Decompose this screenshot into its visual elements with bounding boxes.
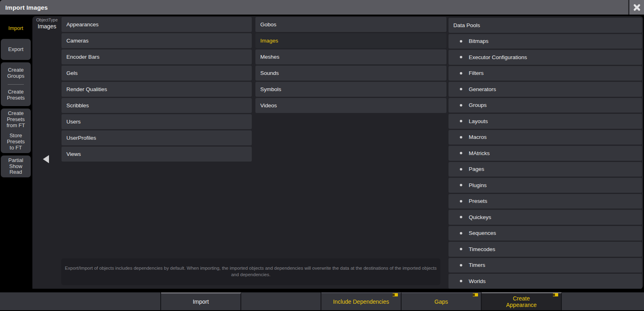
list-item[interactable]: Users <box>62 114 252 129</box>
titlebar[interactable]: Import Images <box>0 0 644 15</box>
list-item[interactable]: Sequences <box>448 226 642 241</box>
tab-partial-show-read[interactable]: Partial Show Read <box>1 156 31 177</box>
list-item[interactable]: Gels <box>62 66 252 81</box>
list-item[interactable]: Sounds <box>255 66 446 81</box>
bullet-icon <box>460 184 462 186</box>
list-item[interactable]: Macros <box>448 130 642 145</box>
bullet-icon <box>460 152 462 154</box>
bullet-icon <box>460 40 462 43</box>
list-item[interactable]: Videos <box>255 98 446 113</box>
list-item-label: Worlds <box>469 278 486 284</box>
bottom-bar-spacer <box>0 292 161 310</box>
swipe-indicator-icon <box>553 293 558 296</box>
list-item-label: Bitmaps <box>469 38 489 44</box>
list-item[interactable]: Appearances <box>62 17 252 32</box>
list-item-label: Presets <box>469 198 487 204</box>
list-item[interactable]: Groups <box>448 98 642 113</box>
list-item-label: Plugins <box>469 182 487 188</box>
list-item-selected[interactable]: Images <box>255 33 446 48</box>
close-button[interactable] <box>628 0 644 15</box>
list-item[interactable]: Timecodes <box>448 242 642 257</box>
bullet-icon <box>460 88 462 90</box>
tab-store-presets-to-ft[interactable]: Store Presets to FT <box>1 131 31 153</box>
list-item[interactable]: Quickeys <box>448 210 642 225</box>
list-item[interactable]: Pages <box>448 162 642 177</box>
list-item[interactable]: UserProfiles <box>62 130 252 145</box>
list-item[interactable]: Timers <box>448 258 642 273</box>
object-type-list-left: Appearances Cameras Encoder Bars Gels Re… <box>62 17 252 162</box>
bullet-icon <box>460 200 462 202</box>
bullet-icon <box>460 136 462 138</box>
bullet-icon <box>460 280 462 282</box>
list-item[interactable]: Meshes <box>255 49 446 64</box>
tabgroup-presets-ft: Create Presets from FT Store Presets to … <box>1 109 31 153</box>
list-item-label: Filters <box>469 70 484 76</box>
create-appearance-toggle[interactable]: Create Appearance <box>482 292 562 310</box>
list-item[interactable]: Layouts <box>448 114 642 129</box>
bullet-icon <box>460 168 462 170</box>
list-item[interactable]: Bitmaps <box>448 34 642 49</box>
list-item[interactable]: Worlds <box>448 274 642 289</box>
list-item-label: Sequences <box>469 230 496 236</box>
import-images-dialog: Import Images Import Export Create Group… <box>0 0 644 311</box>
tab-create-groups[interactable]: Create Groups <box>1 62 31 84</box>
list-item-label: Generators <box>469 86 496 92</box>
bullet-icon <box>460 264 462 266</box>
list-item[interactable]: Plugins <box>448 178 642 193</box>
collapse-left-arrow-icon[interactable] <box>43 155 49 163</box>
toggle-label: Create Appearance <box>506 295 537 308</box>
bottom-bar-spacer <box>562 292 644 310</box>
object-type-value: Images <box>32 23 62 30</box>
bullet-icon <box>460 72 462 75</box>
tabgroup-create: Create Groups Create Presets <box>1 62 31 106</box>
bottom-bar-spacer <box>241 292 321 310</box>
gaps-toggle[interactable]: Gaps <box>402 292 482 310</box>
list-item[interactable]: Encoder Bars <box>62 49 252 64</box>
tab-import[interactable]: Import <box>1 19 31 37</box>
list-item-label: Groups <box>469 102 487 108</box>
close-icon <box>633 4 641 11</box>
list-item[interactable]: Filters <box>448 66 642 81</box>
swipe-indicator-icon <box>473 293 478 296</box>
toggle-label: Include Dependencies <box>333 298 389 305</box>
window-title: Import Images <box>0 4 48 11</box>
list-item[interactable]: Gobos <box>255 17 446 32</box>
dialog-body: ObjectType Images Appearances Cameras En… <box>32 16 643 289</box>
list-item[interactable]: Scribbles <box>62 98 252 113</box>
list-item[interactable]: Presets <box>448 194 642 209</box>
list-item[interactable]: Views <box>62 147 252 162</box>
bullet-icon <box>460 120 462 122</box>
bullet-icon <box>460 104 462 107</box>
tab-create-presets[interactable]: Create Presets <box>1 85 31 107</box>
list-item-label: Timecodes <box>469 246 495 252</box>
list-item-label: Macros <box>469 134 487 140</box>
bottom-bar: Import Include Dependencies Gaps Create … <box>0 292 644 310</box>
object-type-list-right: Gobos Images Meshes Sounds Symbols Video… <box>255 17 446 113</box>
object-type-label: ObjectType <box>32 17 62 22</box>
list-item-label: Layouts <box>469 118 488 124</box>
list-item[interactable]: MAtricks <box>448 146 642 161</box>
bullet-icon <box>460 248 462 250</box>
list-item[interactable]: Executor Configurations <box>448 50 642 65</box>
list-item-label: Executor Configurations <box>469 54 527 60</box>
list-item[interactable]: Symbols <box>255 82 446 97</box>
tab-export[interactable]: Export <box>1 39 31 60</box>
toggle-label: Gaps <box>434 298 448 305</box>
list-item[interactable]: Generators <box>448 82 642 97</box>
list-item[interactable]: Cameras <box>62 33 252 48</box>
bullet-icon <box>460 216 462 218</box>
list-item-label: Quickeys <box>469 214 491 220</box>
bullet-icon <box>460 56 462 58</box>
list-item-label: Timers <box>469 262 485 268</box>
object-type-field[interactable]: ObjectType Images <box>32 16 62 36</box>
include-dependencies-toggle[interactable]: Include Dependencies <box>321 292 402 310</box>
import-button[interactable]: Import <box>161 292 241 310</box>
swipe-indicator-icon <box>393 293 398 296</box>
dependencies-info-panel: Export/Import of objects includes depend… <box>61 258 440 285</box>
dependencies-info-text: Export/Import of objects includes depend… <box>61 265 440 278</box>
list-item-label: Pages <box>469 166 484 172</box>
tab-create-presets-from-ft[interactable]: Create Presets from FT <box>1 109 31 131</box>
data-pools-header[interactable]: Data Pools <box>448 18 642 33</box>
data-pools-list: Data Pools Bitmaps Executor Configuratio… <box>448 18 642 289</box>
list-item[interactable]: Render Qualities <box>62 82 252 97</box>
